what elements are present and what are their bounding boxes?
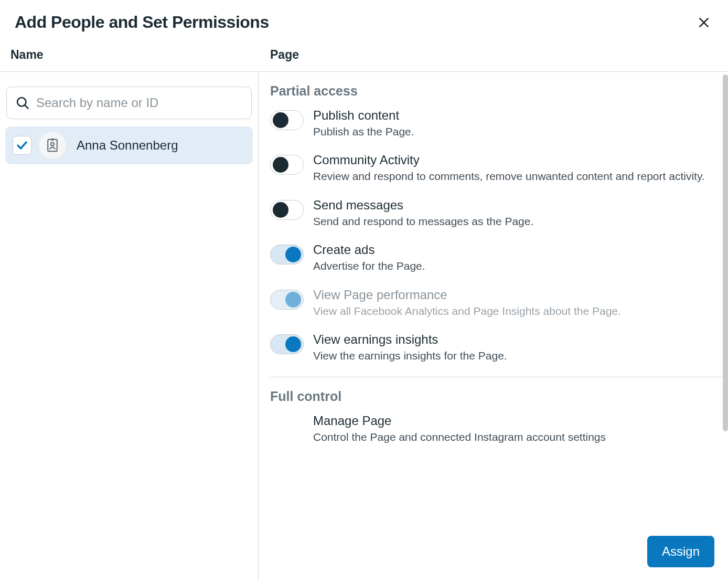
permission-description: View the earnings insights for the Page. [313, 348, 507, 363]
dialog-header: Add People and Set Permissions [0, 0, 728, 41]
section-full-control-title: Full control [270, 389, 724, 404]
permission-title: View earnings insights [313, 332, 507, 347]
permission-publish-content: Publish content Publish as the Page. [270, 108, 724, 139]
toggle-view-earnings-insights[interactable] [270, 334, 304, 354]
permission-description: Publish as the Page. [313, 124, 414, 139]
person-list: Anna Sonnenberg [5, 126, 253, 164]
section-divider [270, 377, 724, 377]
permission-send-messages: Send messages Send and respond to messag… [270, 198, 724, 229]
scrollbar[interactable] [723, 75, 728, 431]
person-item[interactable]: Anna Sonnenberg [5, 126, 253, 164]
permission-description: Control the Page and connected Instagram… [313, 429, 606, 445]
columns-header: Name Page [0, 41, 728, 72]
toggle-create-ads[interactable] [270, 245, 304, 264]
svg-point-5 [51, 142, 54, 145]
right-column: Partial access Publish content Publish a… [259, 72, 728, 463]
column-header-page: Page [259, 41, 728, 71]
permission-description: Advertise for the Page. [313, 258, 425, 273]
dialog-footer: Assign [647, 536, 714, 567]
permission-description: Send and respond to messages as the Page… [313, 214, 533, 229]
svg-line-3 [25, 105, 28, 108]
dialog-title: Add People and Set Permissions [15, 13, 269, 32]
permission-title: View Page performance [313, 288, 621, 302]
person-name: Anna Sonnenberg [77, 138, 178, 153]
toggle-publish-content[interactable] [270, 110, 304, 130]
search-input[interactable] [36, 96, 243, 110]
toggle-send-messages[interactable] [270, 200, 304, 220]
column-header-name: Name [0, 41, 259, 71]
permission-title: Publish content [313, 108, 414, 123]
permission-title: Manage Page [313, 414, 606, 428]
assign-button[interactable]: Assign [647, 536, 714, 567]
checkmark-icon [16, 139, 28, 152]
avatar [39, 132, 66, 159]
search-field-wrap[interactable] [6, 87, 252, 119]
permission-create-ads: Create ads Advertise for the Page. [270, 242, 724, 273]
permission-view-page-performance: View Page performance View all Facebook … [270, 288, 724, 319]
dialog-body: Anna Sonnenberg Partial access Publish c… [0, 72, 728, 580]
permission-title: Send messages [313, 198, 533, 213]
search-icon [15, 96, 30, 110]
permission-description: View all Facebook Analytics and Page Ins… [313, 303, 621, 319]
permission-community-activity: Community Activity Review and respond to… [270, 153, 724, 184]
permission-manage-page: Manage Page Control the Page and connect… [270, 414, 724, 445]
permission-description: Review and respond to comments, remove u… [313, 168, 705, 184]
toggle-community-activity[interactable] [270, 155, 304, 175]
person-checkbox[interactable] [13, 136, 31, 155]
left-column: Anna Sonnenberg [0, 72, 259, 580]
permission-title: Create ads [313, 242, 425, 257]
close-button[interactable] [694, 13, 713, 32]
id-badge-icon [45, 137, 60, 153]
permission-view-earnings-insights: View earnings insights View the earnings… [270, 332, 724, 363]
toggle-view-page-performance [270, 290, 304, 310]
section-partial-access-title: Partial access [270, 83, 724, 99]
close-icon [697, 16, 711, 29]
permission-title: Community Activity [313, 153, 705, 167]
